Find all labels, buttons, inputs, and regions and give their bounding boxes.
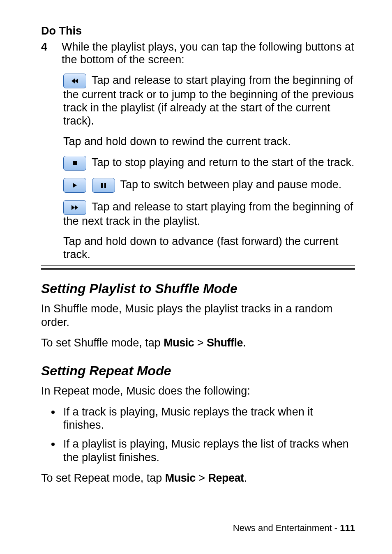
forward-text-1: Tap and release to start playing from th… [63, 201, 353, 227]
list-item: If a track is playing, Music replays the… [61, 405, 355, 432]
shuffle-body: In Shuffle mode, Music plays the playlis… [41, 302, 355, 329]
menu-repeat-label: Repeat [208, 472, 244, 484]
rewind-icon [63, 74, 86, 88]
shuffle-instr-prefix: To set Shuffle mode, tap [41, 337, 164, 349]
heading-repeat-mode: Setting Repeat Mode [41, 363, 355, 379]
svg-marker-7 [75, 205, 78, 210]
forward-text-2: Tap and hold down to advance (fast forwa… [63, 235, 355, 261]
repeat-instr-prefix: To set Repeat mode, tap [41, 472, 165, 484]
playpause-text: Tap to switch between play and pause mod… [118, 178, 342, 191]
svg-rect-2 [73, 161, 77, 165]
repeat-bullet-list: If a track is playing, Music replays the… [41, 405, 355, 464]
repeat-sep: > [196, 472, 208, 484]
pause-icon [92, 178, 115, 193]
shuffle-period: . [243, 337, 246, 349]
svg-marker-1 [75, 78, 78, 83]
table-header-do-this: Do This [41, 25, 355, 37]
step-number: 4 [41, 41, 49, 53]
repeat-period: . [244, 472, 247, 484]
svg-marker-3 [73, 183, 77, 188]
page-footer: News and Entertainment - 111 [233, 523, 355, 533]
step-row: 4 While the playlist plays, you can tap … [41, 41, 355, 74]
table-rule-thick [41, 268, 355, 270]
menu-music-label-2: Music [165, 472, 196, 484]
table-rule-thin [41, 265, 355, 266]
footer-section: News and Entertainment - [233, 523, 340, 533]
play-icon [63, 178, 86, 193]
forward-description: Tap and release to start playing from th… [63, 200, 355, 228]
repeat-body: In Repeat mode, Music does the following… [41, 384, 355, 397]
shuffle-sep: > [194, 337, 207, 349]
menu-shuffle-label: Shuffle [207, 337, 243, 349]
heading-shuffle-mode: Setting Playlist to Shuffle Mode [41, 281, 355, 296]
step-intro-text: While the playlist plays, you can tap th… [62, 41, 355, 66]
list-item: If a playlist is playing, Music replays … [61, 437, 355, 464]
svg-rect-5 [104, 183, 106, 188]
rewind-text-2: Tap and hold down to rewind the current … [63, 135, 355, 148]
shuffle-instructions: To set Shuffle mode, tap Music > Shuffle… [41, 336, 355, 349]
menu-music-label: Music [164, 337, 194, 349]
stop-text: Tap to stop playing and return to the st… [89, 156, 354, 169]
fast-forward-icon [63, 200, 86, 215]
svg-marker-0 [71, 78, 75, 83]
svg-marker-6 [71, 205, 75, 210]
rewind-text-1: Tap and release to start playing from th… [63, 74, 354, 127]
rewind-description: Tap and release to start playing from th… [63, 74, 355, 128]
stop-description: Tap to stop playing and return to the st… [63, 156, 355, 171]
playpause-description: Tap to switch between play and pause mod… [63, 178, 355, 193]
stop-icon [63, 156, 86, 171]
page-number: 111 [340, 523, 355, 533]
repeat-instructions: To set Repeat mode, tap Music > Repeat. [41, 471, 355, 485]
svg-rect-4 [101, 183, 103, 188]
